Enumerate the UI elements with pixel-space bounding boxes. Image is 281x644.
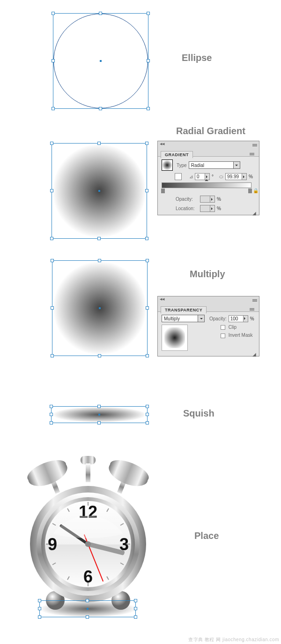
panel-menu-icon[interactable] xyxy=(252,143,257,147)
opacity-input[interactable] xyxy=(200,196,215,203)
selection-handle[interactable] xyxy=(51,354,54,357)
selection-handle[interactable] xyxy=(50,413,53,416)
location-input[interactable] xyxy=(200,205,215,212)
panel-collapse-icon[interactable]: ◀◀ xyxy=(160,142,164,147)
panel-collapse-icon[interactable]: ◀◀ xyxy=(160,297,164,302)
transparency-tab[interactable]: TRANSPARENCY xyxy=(161,306,207,313)
selection-handle[interactable] xyxy=(98,354,101,357)
blend-mode-dropdown[interactable]: Multiply xyxy=(162,315,205,322)
selection-handle[interactable] xyxy=(52,59,55,62)
watermark: 查字典 教程 网 jiaocheng.chazidian.com xyxy=(188,636,279,643)
opacity-label: Opacity: xyxy=(176,197,198,202)
midpoint-diamond-icon[interactable] xyxy=(205,177,208,181)
selection-handle[interactable] xyxy=(86,599,89,602)
gradient-lock-icon[interactable]: 🔒 xyxy=(253,188,259,193)
selection-handle[interactable] xyxy=(134,599,137,602)
gradient-stop-left[interactable] xyxy=(161,189,165,193)
selection-handle[interactable] xyxy=(147,107,150,110)
ellipse-selection-box xyxy=(53,13,148,109)
center-anchor xyxy=(98,190,100,192)
panel-resize-icon[interactable]: ◢ xyxy=(252,211,256,216)
selection-handle[interactable] xyxy=(99,12,102,15)
clock-number-6: 6 xyxy=(83,567,93,586)
svg-rect-9 xyxy=(81,456,96,464)
panel-header: ◀◀ xyxy=(158,141,259,149)
selection-handle[interactable] xyxy=(97,421,101,424)
selection-handle[interactable] xyxy=(51,306,54,310)
stepper-arrow-icon xyxy=(210,196,214,202)
panel-tab-row: GRADIENT xyxy=(158,151,259,158)
panel-header: ◀◀ xyxy=(158,296,259,304)
step-label-place: Place xyxy=(194,530,219,541)
opacity-label: Opacity: xyxy=(209,316,227,321)
reverse-gradient-icon[interactable] xyxy=(175,173,182,180)
stepper-arrow-icon xyxy=(243,316,248,322)
percent-sign: % xyxy=(217,206,221,211)
panel-body: Type Radial ⊿ 0 ° ⬭ 99.99 % � xyxy=(158,156,259,215)
selection-handle[interactable] xyxy=(38,607,41,610)
stepper-arrow-icon xyxy=(242,174,246,180)
selection-handle[interactable] xyxy=(50,189,53,192)
opacity-input[interactable]: 100 xyxy=(229,315,248,322)
panel-resize-icon[interactable]: ◢ xyxy=(252,352,256,357)
selection-handle[interactable] xyxy=(52,107,55,110)
selection-handle[interactable] xyxy=(50,237,53,240)
selection-handle[interactable] xyxy=(134,615,137,619)
scale-value: 99.99 xyxy=(226,174,242,179)
selection-handle[interactable] xyxy=(134,607,137,610)
selection-handle[interactable] xyxy=(86,615,89,619)
gradient-tab[interactable]: GRADIENT xyxy=(161,151,193,158)
selection-handle[interactable] xyxy=(50,405,53,408)
selection-handle[interactable] xyxy=(97,405,101,408)
selection-handle[interactable] xyxy=(50,142,53,145)
selection-handle[interactable] xyxy=(50,421,53,424)
percent-sign: % xyxy=(217,197,221,202)
selection-handle[interactable] xyxy=(146,421,149,424)
gradient-type-value: Radial xyxy=(189,163,233,168)
gradient-stop-right[interactable] xyxy=(248,189,252,193)
panel-menu-icon[interactable] xyxy=(252,298,257,302)
clock-number-9: 9 xyxy=(48,535,57,554)
selection-handle[interactable] xyxy=(99,107,102,110)
angle-unit: ° xyxy=(212,174,214,179)
panel-flyout-icon[interactable] xyxy=(250,307,254,311)
angle-value: 0 xyxy=(195,174,205,179)
panel-flyout-icon[interactable] xyxy=(250,152,254,156)
selection-handle[interactable] xyxy=(146,354,149,357)
selection-handle[interactable] xyxy=(145,189,148,192)
selection-handle[interactable] xyxy=(147,59,150,62)
gradient-type-dropdown[interactable]: Radial xyxy=(189,161,240,169)
selection-handle[interactable] xyxy=(146,413,149,416)
selection-handle[interactable] xyxy=(38,599,41,602)
selection-handle[interactable] xyxy=(146,259,149,262)
selection-handle[interactable] xyxy=(52,12,55,15)
selection-handle[interactable] xyxy=(97,237,101,240)
dropdown-arrow-icon xyxy=(198,315,204,322)
selection-handle[interactable] xyxy=(146,405,149,408)
svg-point-30 xyxy=(85,541,91,547)
scale-input[interactable]: 99.99 xyxy=(225,173,247,180)
center-anchor xyxy=(99,307,101,309)
selection-handle[interactable] xyxy=(147,12,150,15)
panel-body: Multiply Opacity: 100 % Clip Inv xyxy=(158,311,259,356)
gradient-swatch[interactable] xyxy=(162,159,173,171)
invert-mask-label: Invert Mask xyxy=(229,333,253,338)
selection-handle[interactable] xyxy=(97,142,101,145)
selection-handle[interactable] xyxy=(38,615,41,619)
location-label: Location: xyxy=(176,206,198,211)
selection-handle[interactable] xyxy=(146,306,149,310)
selection-handle[interactable] xyxy=(145,237,148,240)
selection-handle[interactable] xyxy=(98,259,101,262)
transparency-preview[interactable] xyxy=(162,325,188,351)
multiply-selection-box xyxy=(52,260,148,356)
selection-handle[interactable] xyxy=(51,259,54,262)
opacity-value: 100 xyxy=(229,316,243,321)
gradient-slider[interactable]: 🔒 xyxy=(162,182,251,188)
squish-selection-box xyxy=(51,406,148,423)
clip-checkbox[interactable] xyxy=(221,325,225,330)
invert-mask-checkbox-row[interactable]: Invert Mask xyxy=(221,333,252,338)
invert-mask-checkbox[interactable] xyxy=(221,333,225,338)
selection-handle[interactable] xyxy=(145,142,148,145)
clip-checkbox-row[interactable]: Clip xyxy=(221,325,252,330)
percent-sign: % xyxy=(249,174,253,179)
